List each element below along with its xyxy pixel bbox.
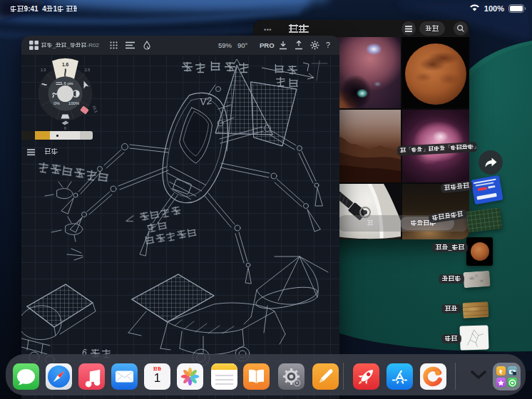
svg-text:16.3: 16.3	[92, 105, 98, 113]
svg-text:1.3: 1.3	[41, 68, 46, 72]
svg-text:1.6: 1.6	[62, 62, 68, 67]
svg-text:0%: 0%	[53, 101, 60, 105]
svg-text:V2: V2	[199, 95, 213, 108]
svg-text:100%: 100%	[68, 101, 80, 105]
svg-text:6: 6	[64, 126, 66, 130]
svg-text:2.5: 2.5	[85, 68, 90, 72]
svg-text:1.6 pts: 1.6 pts	[60, 81, 73, 86]
